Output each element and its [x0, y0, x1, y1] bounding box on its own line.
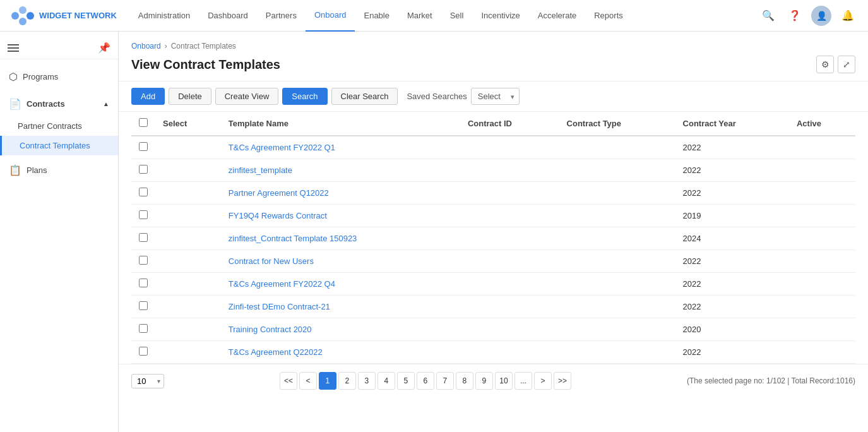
delete-button[interactable]: Delete: [169, 88, 211, 105]
pin-sidebar-button[interactable]: 📌: [98, 42, 110, 54]
row-checkbox-cell: [131, 318, 155, 341]
template-name-link-4[interactable]: zinfitest_Contract Template 150923: [229, 234, 357, 243]
svg-point-3: [19, 18, 27, 25]
page-btn-3[interactable]: 3: [358, 372, 376, 390]
page-btn-7[interactable]: 7: [436, 372, 454, 390]
col-header-contract-year: Contract Year: [675, 112, 789, 136]
template-name-link-8[interactable]: Training Contract 2020: [229, 325, 312, 334]
contract-templates-table: Select Template Name Contract ID Contrac…: [131, 112, 855, 364]
breadcrumb-root[interactable]: Onboard: [131, 42, 161, 51]
saved-searches-select[interactable]: Select: [471, 88, 520, 105]
sidebar-item-partner-contracts[interactable]: Partner Contracts: [0, 116, 118, 136]
row-active-0: [789, 136, 855, 159]
row-select-cell-8: [155, 318, 221, 341]
nav-link-dashboard[interactable]: Dashboard: [199, 0, 257, 32]
col-header-select: Select: [155, 112, 221, 136]
search-button[interactable]: Search: [282, 88, 327, 105]
page-btn-10[interactable]: 10: [495, 372, 513, 390]
page-btn-<[interactable]: <: [299, 372, 317, 390]
template-name-link-6[interactable]: T&Cs Agreement FY2022 Q4: [229, 279, 335, 289]
fullscreen-button[interactable]: ⤢: [838, 56, 855, 73]
row-select-cell-2: [155, 182, 221, 205]
table-row: zinfitest_template 2022: [131, 159, 855, 182]
nav-link-sell[interactable]: Sell: [441, 0, 473, 32]
row-contract-year-3: 2019: [675, 205, 789, 227]
sidebar-item-contract-templates[interactable]: Contract Templates: [0, 136, 118, 155]
page-btn-...[interactable]: ...: [514, 372, 532, 390]
page-size-dropdown[interactable]: 10 25 50 100: [131, 374, 164, 388]
row-contract-id-1: [460, 159, 559, 182]
nav-link-administration[interactable]: Administration: [129, 0, 199, 32]
row-template-name-3: FY19Q4 Rewards Contract: [221, 205, 460, 227]
row-checkbox-7[interactable]: [139, 301, 148, 310]
row-contract-type-3: [559, 205, 675, 227]
page-btn-2[interactable]: 2: [338, 372, 356, 390]
sidebar-group-contracts[interactable]: 📄 Contracts ▲: [0, 92, 118, 116]
logo-icon: [10, 5, 35, 27]
row-checkbox-8[interactable]: [139, 324, 148, 333]
sidebar-item-plans[interactable]: 📋 Plans: [0, 158, 118, 183]
page-btn-<<[interactable]: <<: [280, 372, 297, 390]
col-header-template-name: Template Name: [221, 112, 460, 136]
row-checkbox-9[interactable]: [139, 347, 148, 356]
page-btn-6[interactable]: 6: [417, 372, 434, 390]
template-name-link-5[interactable]: Contract for New Users: [229, 256, 314, 266]
row-checkbox-0[interactable]: [139, 142, 148, 151]
row-checkbox-5[interactable]: [139, 256, 148, 265]
hamburger-button[interactable]: [8, 44, 19, 52]
row-template-name-0: T&Cs Agreement FY2022 Q1: [221, 136, 460, 159]
nav-link-partners[interactable]: Partners: [257, 0, 306, 32]
template-name-link-7[interactable]: Zinfi-test DEmo Contract-21: [229, 302, 330, 311]
create-view-button[interactable]: Create View: [215, 88, 279, 105]
page-btn-4[interactable]: 4: [378, 372, 395, 390]
table-row: T&Cs Agreement FY2022 Q4 2022: [131, 273, 855, 296]
template-name-link-1[interactable]: zinfitest_template: [229, 165, 292, 175]
nav-link-onboard[interactable]: Onboard: [306, 0, 355, 32]
search-nav-button[interactable]: 🔍: [758, 6, 778, 26]
nav-link-enable[interactable]: Enable: [355, 0, 398, 32]
notifications-button[interactable]: 🔔: [838, 6, 858, 26]
page-btn-5[interactable]: 5: [397, 372, 415, 390]
page-size-select: 10 25 50 100: [131, 374, 164, 388]
page-btn->[interactable]: >: [534, 372, 552, 390]
page-title-row: View Contract Templates ⚙ ⤢: [131, 56, 855, 73]
row-active-7: [789, 296, 855, 318]
row-checkbox-1[interactable]: [139, 165, 148, 174]
nav-link-reports[interactable]: Reports: [585, 0, 632, 32]
row-contract-type-7: [559, 296, 675, 318]
page-header: Onboard › Contract Templates View Contra…: [119, 32, 868, 81]
user-avatar[interactable]: 👤: [811, 6, 831, 26]
row-template-name-5: Contract for New Users: [221, 250, 460, 273]
nav-link-market[interactable]: Market: [398, 0, 441, 32]
clear-search-button[interactable]: Clear Search: [331, 88, 398, 105]
select-all-checkbox[interactable]: [139, 118, 148, 127]
template-name-link-9[interactable]: T&Cs Agreement Q22022: [229, 347, 323, 357]
row-contract-type-8: [559, 318, 675, 341]
svg-point-2: [27, 12, 34, 20]
row-contract-year-4: 2024: [675, 227, 789, 250]
template-name-link-3[interactable]: FY19Q4 Rewards Contract: [229, 211, 327, 220]
page-btn->>[interactable]: >>: [554, 372, 571, 390]
sidebar-item-programs[interactable]: ⬡ Programs: [0, 64, 118, 89]
saved-searches-label: Saved Searches: [407, 92, 467, 101]
row-active-1: [789, 159, 855, 182]
help-button[interactable]: ❓: [785, 6, 805, 26]
template-name-link-2[interactable]: Partner Agreement Q12022: [229, 188, 329, 198]
template-name-link-0[interactable]: T&Cs Agreement FY2022 Q1: [229, 143, 335, 152]
nav-link-accelerate[interactable]: Accelerate: [529, 0, 585, 32]
row-checkbox-4[interactable]: [139, 233, 148, 242]
table-body: T&Cs Agreement FY2022 Q1 2022 zinfitest_…: [131, 136, 855, 364]
nav-link-incentivize[interactable]: Incentivize: [472, 0, 528, 32]
table-row: zinfitest_Contract Template 150923 2024: [131, 227, 855, 250]
row-checkbox-3[interactable]: [139, 210, 148, 219]
page-btn-8[interactable]: 8: [456, 372, 473, 390]
row-checkbox-6[interactable]: [139, 279, 148, 287]
page-btn-9[interactable]: 9: [475, 372, 493, 390]
row-checkbox-2[interactable]: [139, 188, 148, 196]
row-template-name-8: Training Contract 2020: [221, 318, 460, 341]
settings-view-button[interactable]: ⚙: [816, 56, 834, 73]
page-btn-1[interactable]: 1: [319, 372, 336, 390]
add-button[interactable]: Add: [131, 88, 165, 105]
row-contract-type-9: [559, 341, 675, 364]
table-container: Select Template Name Contract ID Contrac…: [119, 112, 868, 364]
